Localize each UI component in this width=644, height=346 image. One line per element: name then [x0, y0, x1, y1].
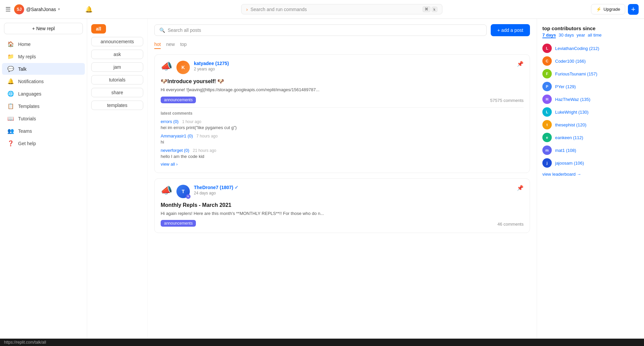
sidebar-item-templates[interactable]: 📋 Templates [2, 100, 85, 112]
post-card-bottom: announcements 57575 comments [161, 97, 524, 103]
contributor-name[interactable]: LukeWright (130) [555, 110, 588, 115]
command-search[interactable]: › Search and run commands ⌘ k [241, 4, 442, 14]
author-name: TheDrone7 (1807) [194, 185, 233, 190]
feed-area: 🔍 Search all posts + add a post hot new … [148, 19, 537, 339]
globe-icon: 🌐 [7, 91, 14, 97]
contributor-item: L LukeWright (130) [542, 107, 639, 117]
contributor-name[interactable]: HazTheWaz (135) [555, 97, 590, 102]
filter-sidebar: all announcements ask jam tutorials shar… [87, 19, 148, 339]
sidebar-item-talk[interactable]: 💬 Talk [2, 63, 85, 75]
search-input[interactable]: 🔍 Search all posts [154, 24, 487, 36]
content: all announcements ask jam tutorials shar… [87, 19, 644, 339]
comment-author[interactable]: neverforget (0) [161, 148, 189, 153]
topbar-left: ☰ SJ @SarahJonas ▾ 🔔 [5, 4, 93, 14]
time-filter-alltime[interactable]: all time [588, 33, 601, 38]
filter-tag-ask[interactable]: ask [91, 50, 143, 59]
sidebar-item-home[interactable]: 🏠 Home [2, 38, 85, 50]
post-author[interactable]: katyadee (1275) [194, 61, 513, 66]
post-meta: TheDrone7 (1807) ✓ 24 days ago [194, 185, 513, 195]
comment-author[interactable]: errors (0) [161, 119, 178, 124]
verified-icon: ✓ [234, 185, 238, 190]
post-body: Hi again replers! Here are this month's … [161, 210, 524, 217]
new-repl-label: + New repl [32, 26, 55, 31]
comment-time: 21 hours ago [193, 148, 216, 153]
kbd-hint: ⌘ k [423, 6, 438, 12]
sidebar-item-notifications[interactable]: 🔔 Notifications [2, 75, 85, 87]
new-repl-button[interactable]: + New repl [4, 23, 83, 34]
post-avatar-wrapper: T h [176, 185, 190, 198]
kbd-cmd: ⌘ [423, 6, 430, 12]
tab-new[interactable]: new [166, 42, 175, 49]
contributor-name[interactable]: jajoosam (106) [555, 161, 584, 166]
contributors-list: L LeviathanCoding (212) C Coder100 (166)… [542, 44, 639, 168]
post-author-link[interactable]: TheDrone7 (1807) ✓ [194, 185, 238, 190]
contributor-name[interactable]: Coder100 (166) [555, 59, 586, 64]
tag-badge[interactable]: announcements [161, 220, 196, 227]
time-filter-7days[interactable]: 7 days [542, 33, 556, 38]
create-button[interactable]: + [628, 4, 639, 15]
status-url: https://replit.com/talk/all [4, 340, 46, 345]
post-header: 📣 K katyadee (1275) 2 years ago 📌 [161, 61, 524, 74]
post-author-link[interactable]: katyadee (1275) [194, 61, 229, 66]
sidebar-item-teams[interactable]: 👥 Teams [2, 125, 85, 137]
view-all-link[interactable]: view all › [161, 162, 524, 167]
post-header: 📣 T h TheDrone7 (1807) ✓ 2 [161, 185, 524, 198]
home-icon: 🏠 [7, 41, 14, 47]
sidebar-item-my-repls[interactable]: 📁 My repls [2, 51, 85, 62]
contributor-item: F FuriousTsunami (157) [542, 69, 639, 78]
contributor-avatar: P [542, 82, 552, 91]
contributor-avatar: e [542, 133, 552, 142]
tutorials-icon: 📖 [7, 115, 14, 122]
sidebar-item-languages[interactable]: 🌐 Languages [2, 88, 85, 100]
sidebar-item-tutorials[interactable]: 📖 Tutorials [2, 113, 85, 124]
add-post-button[interactable]: + add a post [491, 24, 530, 36]
notifications-icon: 🔔 [7, 78, 14, 84]
contributor-item: j jajoosam (106) [542, 158, 639, 168]
post-author[interactable]: TheDrone7 (1807) ✓ [194, 185, 513, 190]
chevron-right-icon: › [246, 7, 248, 12]
upgrade-button[interactable]: ⚡ Upgrade [591, 4, 625, 14]
sidebar-item-label: Notifications [18, 79, 44, 84]
drone-badge: h [186, 194, 191, 199]
time-filter-30days[interactable]: 30 days [558, 33, 574, 38]
user-menu-button[interactable]: SJ @SarahJonas ▾ [14, 4, 60, 14]
megaphone-icon: 📣 [161, 185, 172, 196]
tab-hot[interactable]: hot [154, 42, 161, 49]
tab-top[interactable]: top [180, 42, 186, 49]
contributor-name[interactable]: mat1 (108) [555, 148, 576, 153]
post-meta: katyadee (1275) 2 years ago [194, 61, 513, 71]
contributor-name[interactable]: thesephist (120) [555, 122, 586, 127]
filter-tag-share[interactable]: share [91, 88, 143, 97]
comment-count[interactable]: 46 comments [497, 222, 524, 227]
contributor-item: P PYer (129) [542, 82, 639, 91]
filter-tag-tutorials[interactable]: tutorials [91, 75, 143, 84]
contributor-name[interactable]: eankeen (112) [555, 135, 583, 140]
comment-text: hello I am the code kid [161, 154, 524, 159]
filter-tag-templates[interactable]: templates [91, 101, 143, 110]
contributor-name[interactable]: LeviathanCoding (212) [555, 46, 599, 51]
contributor-name[interactable]: FuriousTsunami (157) [555, 71, 597, 76]
contributor-avatar: F [542, 69, 552, 78]
right-sidebar: top contributors since 7 days 30 days ye… [537, 19, 644, 339]
contributor-name[interactable]: PYer (129) [555, 84, 576, 89]
sidebar-item-get-help[interactable]: ❓ Get help [2, 137, 85, 149]
filter-all-button[interactable]: all [91, 24, 106, 34]
view-leaderboard-link[interactable]: view leaderboard → [542, 172, 639, 177]
comment-author[interactable]: Ammaryasir1 (0) [161, 133, 193, 138]
pin-icon: 📌 [517, 185, 524, 191]
contributor-avatar: L [542, 44, 552, 53]
folder-icon: 📁 [7, 53, 14, 60]
time-filter-year[interactable]: year [577, 33, 585, 38]
bell-icon[interactable]: 🔔 [85, 6, 93, 13]
post-title[interactable]: 🐶Introduce yourself! 🐶 [161, 78, 524, 84]
filter-tag-announcements[interactable]: announcements [91, 37, 143, 46]
tag-badge[interactable]: announcements [161, 97, 196, 103]
post-avatar: K [176, 61, 190, 74]
comment-count[interactable]: 57575 comments [490, 98, 524, 103]
comment-text: hi [161, 139, 524, 145]
hamburger-icon[interactable]: ☰ [5, 6, 11, 13]
upgrade-icon: ⚡ [596, 7, 601, 12]
comment-item: neverforget (0) 21 hours ago hello I am … [161, 147, 524, 159]
filter-tag-jam[interactable]: jam [91, 62, 143, 72]
post-title[interactable]: Monthly Repls - March 2021 [161, 202, 524, 208]
